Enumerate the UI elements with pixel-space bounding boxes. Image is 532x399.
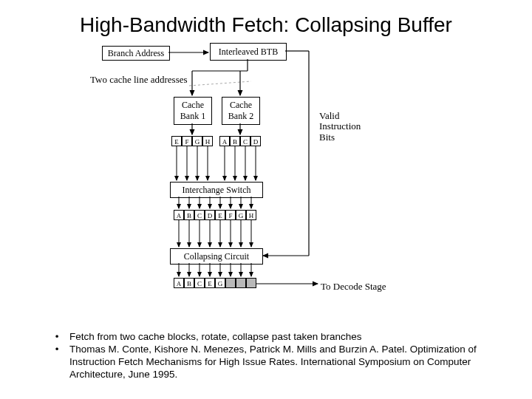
cell <box>225 278 236 288</box>
cell: G <box>215 278 225 288</box>
cell <box>236 278 246 288</box>
bullet-text: Fetch from two cache blocks, rotate, col… <box>69 331 488 344</box>
cell: E <box>215 210 225 220</box>
cell: G <box>192 136 202 146</box>
cell: B <box>230 136 240 146</box>
cell: H <box>246 210 256 220</box>
cell: E <box>205 278 215 288</box>
interleaved-btb-box: Interleaved BTB <box>210 43 287 61</box>
bullet-text: Thomas M. Conte, Kishore N. Menezes, Pat… <box>69 344 488 381</box>
cell: A <box>219 136 230 146</box>
cell: F <box>225 210 236 220</box>
cell: E <box>171 136 182 146</box>
cell <box>246 278 256 288</box>
after-collapse-strip: ABCEG <box>174 278 256 288</box>
bullet-dot-icon: • <box>44 344 69 381</box>
cell: G <box>236 210 246 220</box>
cell: A <box>174 210 184 220</box>
bank1-strip: EFGH <box>171 136 213 146</box>
cell: A <box>174 278 184 288</box>
cache-bank-1-box: Cache Bank 1 <box>174 97 212 125</box>
bullet-dot-icon: • <box>44 331 69 344</box>
valid-bits-label: Valid Instruction Bits <box>319 111 361 143</box>
cell: D <box>250 136 261 146</box>
branch-address-box: Branch Address <box>102 46 170 61</box>
cell: C <box>194 210 205 220</box>
to-decode-label: To Decode Stage <box>321 281 386 293</box>
cell: D <box>205 210 215 220</box>
arrows-overlay <box>0 41 532 322</box>
bullet-item: • Fetch from two cache blocks, rotate, c… <box>44 331 488 344</box>
after-switch-strip: ABCDEFGH <box>174 210 256 220</box>
cell: C <box>240 136 250 146</box>
slide-title: High-Bandwidth Fetch: Collapsing Buffer <box>0 0 532 41</box>
two-cache-lines-label: Two cache line addresses <box>90 74 188 86</box>
svg-line-2 <box>189 81 251 86</box>
interchange-switch-box: Interchange Switch <box>170 182 263 198</box>
cache-bank-2-box: Cache Bank 2 <box>222 97 260 125</box>
bullet-list: • Fetch from two cache blocks, rotate, c… <box>44 331 488 381</box>
bank2-strip: ABCD <box>219 136 261 146</box>
cell: C <box>194 278 205 288</box>
cell: F <box>182 136 192 146</box>
diagram: Branch Address Interleaved BTB Two cache… <box>0 41 532 322</box>
collapsing-circuit-box: Collapsing Circuit <box>170 248 263 265</box>
bullet-item: • Thomas M. Conte, Kishore N. Menezes, P… <box>44 344 488 381</box>
cell: B <box>184 210 194 220</box>
cell: B <box>184 278 194 288</box>
cell: H <box>202 136 213 146</box>
